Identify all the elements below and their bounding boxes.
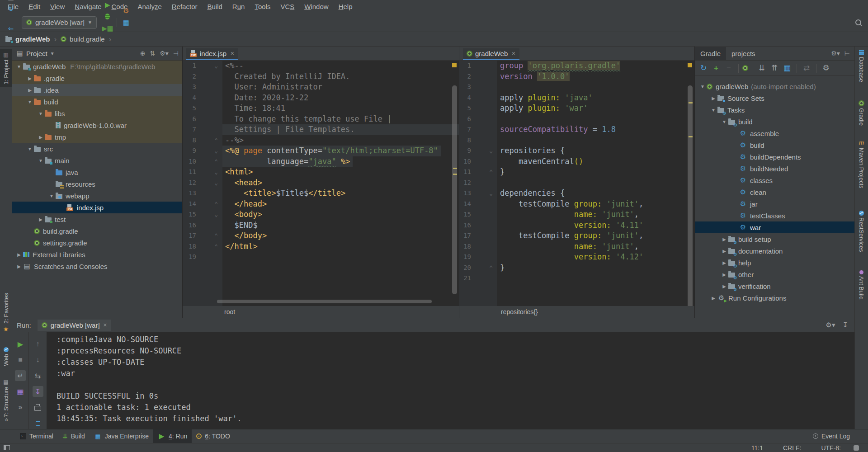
up-stack-icon[interactable]: ↑ [33, 339, 43, 349]
project-item-index.jsp[interactable]: JSPindex.jsp [12, 202, 182, 213]
gradle-item-run-configurations[interactable]: ▶⚙▶Run Configurations [695, 292, 854, 304]
stripe--[interactable]: » [0, 418, 12, 421]
editor-breadcrumb[interactable]: repositories{} [459, 306, 694, 318]
project-item-libs[interactable]: ▼libs [12, 108, 182, 119]
gradle-item-classes[interactable]: ⚙classes [695, 174, 854, 186]
project-item-main[interactable]: ▼main [12, 155, 182, 166]
stripe-web[interactable]: Web [0, 347, 12, 366]
menu-run[interactable]: Run [227, 3, 250, 10]
stripe-maven-projects[interactable]: mMaven Projects [855, 139, 868, 188]
tab-projects[interactable]: projects [726, 47, 761, 60]
project-item-java[interactable]: java [12, 166, 182, 178]
project-item-webapp[interactable]: ▼webapp [12, 190, 182, 202]
project-item-scratches-and-consoles[interactable]: ▶▤Scratches and Consoles [12, 260, 182, 272]
toolwindow-java-enterprise[interactable]: ▦Java Enterprise [90, 429, 153, 443]
toolwindow-event-log[interactable]: Event Log [808, 429, 854, 443]
stripe-7-structure[interactable]: ▤7: Structure [0, 379, 12, 417]
hide-panel-icon[interactable]: ⊢ [844, 50, 850, 57]
tab-gradle[interactable]: Gradle [695, 47, 726, 60]
project-item-build[interactable]: ▼build [12, 96, 182, 108]
gradle-item-other[interactable]: ▶⚙other [695, 268, 854, 280]
tab-index.jsp[interactable]: JSPindex.jsp✕ [186, 48, 238, 60]
breadcrumb-file[interactable]: build.gradle [70, 35, 105, 43]
project-item-tmp[interactable]: ▶tmp [12, 131, 182, 143]
gradle-item-buildneeded[interactable]: ⚙buildNeeded [695, 163, 854, 174]
remove-icon[interactable]: − [723, 62, 735, 74]
soft-wrap-icon[interactable]: ↵ [15, 370, 26, 381]
gradle-item-source-sets[interactable]: ▶Source Sets [695, 92, 854, 104]
stripe-database[interactable]: Database [855, 50, 868, 82]
tree-down-arrow-icon[interactable]: ▼ [26, 99, 34, 104]
gradle-item-build[interactable]: ⚙build [695, 139, 854, 151]
menu-refactor[interactable]: Refactor [167, 3, 203, 10]
editor-breadcrumb[interactable]: root [183, 306, 459, 318]
tab-gradleweb[interactable]: gradleWeb✕ [463, 48, 519, 60]
menu-vcs[interactable]: VCS [275, 3, 299, 10]
down-stack-icon[interactable]: ↓ [33, 354, 43, 365]
gradle-item-jar[interactable]: ⚙jar [695, 198, 854, 210]
menu-tools[interactable]: Tools [250, 3, 275, 10]
more-icon[interactable]: » [15, 402, 26, 413]
project-item-resources[interactable]: resources [12, 178, 182, 190]
stripe-2-favorites[interactable]: 2: Favorites★ [0, 293, 12, 333]
toolwindow-6-todo[interactable]: 6: TODO [192, 429, 235, 443]
caret-position[interactable]: 11:1 [751, 444, 763, 452]
menu-analyze[interactable]: Analyze [132, 3, 166, 10]
stripe-gradle[interactable]: Gradle [855, 100, 868, 126]
tree-right-arrow-icon[interactable]: ▶ [37, 135, 45, 140]
horizontal-scrollbar[interactable] [217, 300, 432, 303]
stripe-ant-build[interactable]: Ant Build [855, 270, 868, 300]
gradle-item-builddependents[interactable]: ⚙buildDependents [695, 151, 854, 163]
project-item-settings.gradle[interactable]: settings.gradle [12, 237, 182, 249]
print-icon[interactable] [33, 402, 43, 413]
stripe-1-project[interactable]: ▥1: Project [0, 49, 12, 87]
gradle-item-war[interactable]: ⚙war [695, 221, 854, 233]
menu-edit[interactable]: Edit [24, 3, 45, 10]
gradle-item-build-setup[interactable]: ▶⚙build setup [695, 233, 854, 245]
locate-file-icon[interactable]: ⊕ [140, 50, 146, 57]
encoding-indicator[interactable]: UTF-8: [821, 444, 841, 452]
project-item-gradleweb[interactable]: ▼gradleWebE:\tmp\gitlab\test\gradleWeb [12, 61, 182, 72]
vertical-scrollbar[interactable] [452, 85, 457, 294]
stripe-restservices[interactable]: RestServices [855, 211, 868, 252]
gradle-item-verification[interactable]: ▶⚙verification [695, 280, 854, 292]
task-settings-icon[interactable]: ⚙ [820, 62, 832, 74]
gradle-item-help[interactable]: ▶⚙help [695, 257, 854, 268]
toolwindow-toggle-icon[interactable] [4, 445, 10, 450]
scroll-to-end-icon[interactable]: ↧ [33, 386, 43, 397]
menu-build[interactable]: Build [202, 3, 227, 10]
toolwindow-build[interactable]: ⇊Build [58, 429, 90, 443]
menu-view[interactable]: View [45, 3, 70, 10]
project-item-gradleweb-1.0.0.war[interactable]: gradleWeb-1.0.0.war [12, 119, 182, 131]
tree-down-arrow-icon[interactable]: ▼ [26, 146, 34, 151]
gear-icon[interactable]: ⚙▾ [831, 50, 840, 57]
close-icon[interactable]: ✕ [511, 51, 515, 56]
dock-icon[interactable]: ↧ [842, 321, 848, 329]
tree-down-arrow-icon[interactable]: ▼ [37, 158, 45, 163]
gradle-item-documentation[interactable]: ▶⚙documentation [695, 245, 854, 257]
gear-icon[interactable]: ⚙▾ [160, 50, 169, 57]
gradle-item-clean[interactable]: ⚙clean [695, 186, 854, 198]
tree-right-arrow-icon[interactable]: ▶ [26, 76, 34, 81]
menu-window[interactable]: Window [299, 3, 333, 10]
tree-right-arrow-icon[interactable]: ▶ [37, 217, 45, 222]
close-icon[interactable]: ✕ [230, 51, 234, 56]
tree-right-arrow-icon[interactable]: ▶ [15, 264, 23, 269]
tree-down-arrow-icon[interactable]: ▼ [15, 64, 23, 69]
swap-icon[interactable]: ⇆ [33, 370, 43, 381]
editor-surface[interactable]: 1group 'org.polaris.gradle'2version '1.0… [459, 61, 694, 306]
gradle-item-assemble[interactable]: ⚙assemble [695, 127, 854, 139]
close-icon[interactable]: ✕ [103, 322, 107, 328]
project-item-external-libraries[interactable]: ▶External Libraries [12, 249, 182, 260]
toolwindow-4-run[interactable]: ▶4: Run [153, 429, 192, 443]
project-item-src[interactable]: ▼src [12, 143, 182, 155]
collapse-all-icon[interactable]: ⇅ [150, 50, 155, 57]
add-icon[interactable]: + [710, 62, 722, 74]
project-item-test[interactable]: ▶test [12, 213, 182, 225]
project-item-.gradle[interactable]: ▶.gradle [12, 72, 182, 84]
gradle-item-gradleweb[interactable]: ▼gradleWeb (auto-import enabled) [695, 80, 854, 92]
toolwindow-terminal[interactable]: ›Terminal [15, 429, 58, 443]
restore-layout-icon[interactable]: ▦ [15, 386, 26, 397]
run-console[interactable]: :compileJava NO-SOURCE:processResources … [47, 332, 854, 429]
breadcrumb-project[interactable]: gradleWeb [15, 35, 50, 43]
